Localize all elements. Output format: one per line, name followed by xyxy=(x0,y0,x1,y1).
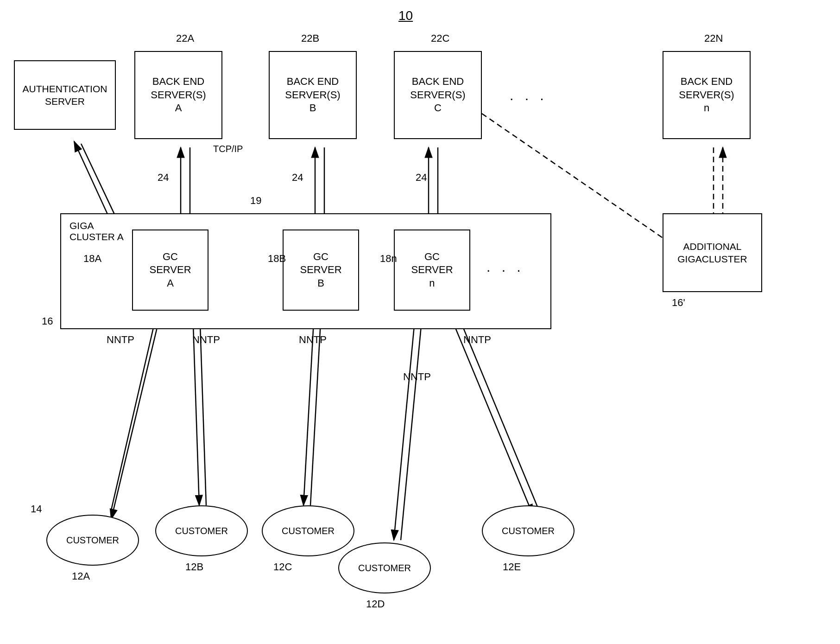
ref-18n: 18n xyxy=(380,253,397,265)
ref-12c: 12C xyxy=(273,561,292,573)
backend-b-label: BACK ENDSERVER(S)B xyxy=(285,75,340,115)
ref-18b: 18B xyxy=(268,253,286,265)
ref-12a: 12A xyxy=(72,570,90,582)
ref-18a: 18A xyxy=(83,253,101,265)
backend-b-box: BACK ENDSERVER(S)B xyxy=(269,51,357,139)
backend-n-label: BACK ENDSERVER(S)n xyxy=(679,75,734,115)
svg-line-14 xyxy=(111,297,164,519)
nntp-2: NNTP xyxy=(192,334,220,346)
gc-server-b-label: GCSERVERB xyxy=(300,250,341,290)
auth-server-box: AUTHENTICATION SERVER xyxy=(14,60,116,130)
figure-number: 10 xyxy=(398,8,413,23)
svg-line-21 xyxy=(401,297,424,540)
dots-top: · · · xyxy=(510,90,548,106)
ref-16: 16 xyxy=(42,315,53,327)
nntp-3: NNTP xyxy=(299,334,327,346)
additional-gigacluster-box: ADDITIONALGIGACLUSTER xyxy=(663,213,762,292)
customer-12b-label: CUSTOMER xyxy=(175,526,228,536)
ref-12e: 12E xyxy=(503,561,521,573)
ref-16-prime: 16' xyxy=(672,297,685,309)
customer-12e-label: CUSTOMER xyxy=(502,526,555,536)
dots-cluster: · · · xyxy=(486,262,524,278)
gc-server-n-label: GCSERVERn xyxy=(411,250,453,290)
gc-server-a-label: GCSERVERA xyxy=(149,250,191,290)
customer-12d: CUSTOMER xyxy=(338,542,431,593)
gc-server-n-box: GCSERVERn xyxy=(394,230,470,311)
additional-gigacluster-label: ADDITIONALGIGACLUSTER xyxy=(677,240,747,266)
diagram: 10 AUTHENTICATION SERVER BACK ENDSERVER(… xyxy=(0,0,840,644)
ref-22b: 22B xyxy=(301,32,319,45)
customer-12b: CUSTOMER xyxy=(155,505,248,556)
ref-19: 19 xyxy=(250,195,261,207)
ref-22c: 22C xyxy=(431,32,449,45)
gigacluster-a-label: GIGACLUSTER A xyxy=(69,220,124,242)
backend-c-label: BACK ENDSERVER(S)C xyxy=(410,75,465,115)
backend-a-label: BACK ENDSERVER(S)A xyxy=(151,75,206,115)
ref-22n: 22N xyxy=(704,32,723,45)
ref-24-1: 24 xyxy=(158,172,169,184)
svg-line-22 xyxy=(442,297,533,515)
ref-24-2: 24 xyxy=(292,172,303,184)
gc-server-b-box: GCSERVERB xyxy=(283,230,359,311)
nntp-1: NNTP xyxy=(107,334,134,346)
ref-22a: 22A xyxy=(176,32,194,45)
customer-12d-label: CUSTOMER xyxy=(358,563,411,574)
customer-12e: CUSTOMER xyxy=(482,505,575,556)
customer-12a-label: CUSTOMER xyxy=(66,535,119,546)
customer-12c: CUSTOMER xyxy=(262,505,354,556)
ref-24-3: 24 xyxy=(416,172,427,184)
ref-12d: 12D xyxy=(366,598,385,610)
nntp-5: NNTP xyxy=(463,334,491,346)
nntp-4: NNTP xyxy=(403,371,431,383)
svg-line-20 xyxy=(394,297,417,540)
auth-server-label: AUTHENTICATION SERVER xyxy=(23,83,107,108)
backend-a-box: BACK ENDSERVER(S)A xyxy=(134,51,222,139)
backend-c-box: BACK ENDSERVER(S)C xyxy=(394,51,482,139)
backend-n-box: BACK ENDSERVER(S)n xyxy=(663,51,751,139)
gc-server-a-box: GCSERVERA xyxy=(132,230,208,311)
ref-14: 14 xyxy=(31,503,42,515)
customer-12a: CUSTOMER xyxy=(46,515,139,566)
customer-12c-label: CUSTOMER xyxy=(282,526,335,536)
ref-12b: 12B xyxy=(185,561,203,573)
tcp-ip-label: TCP/IP xyxy=(213,144,243,154)
